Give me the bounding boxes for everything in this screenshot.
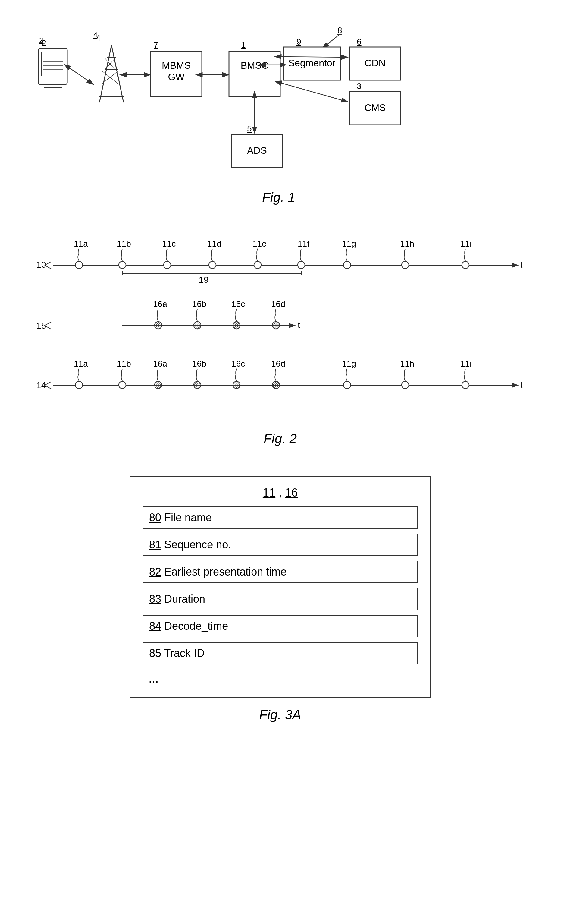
- svg-text:8: 8: [337, 26, 342, 35]
- fig1-title: Fig. 1: [262, 190, 295, 205]
- svg-text:4: 4: [93, 31, 97, 39]
- svg-rect-28: [229, 51, 280, 96]
- svg-text:CDN: CDN: [365, 58, 385, 68]
- svg-text:16a: 16a: [153, 359, 167, 368]
- fig3a-title: Fig. 3A: [60, 707, 500, 722]
- svg-text:11i: 11i: [460, 239, 471, 248]
- svg-point-68: [344, 261, 351, 268]
- svg-point-104: [233, 381, 240, 388]
- svg-point-100: [154, 381, 162, 388]
- svg-point-106: [272, 381, 280, 388]
- fig3a-container: 11 , 16 80 File name 81 Sequence no. 82 …: [60, 476, 500, 722]
- svg-point-72: [462, 261, 469, 268]
- svg-text:3: 3: [357, 81, 362, 91]
- svg-text:19: 19: [199, 274, 208, 285]
- svg-text:2: 2: [39, 36, 43, 44]
- svg-point-58: [119, 261, 126, 268]
- fig3a-item-85: 85 Track ID: [142, 642, 418, 664]
- svg-point-102: [194, 381, 201, 388]
- svg-text:11h: 11h: [400, 359, 414, 368]
- svg-text:CMS: CMS: [364, 102, 386, 113]
- svg-text:11a: 11a: [74, 359, 88, 368]
- fig3a-num-85: 85: [149, 647, 161, 659]
- svg-point-89: [272, 322, 280, 329]
- fig1-diagram: 2 2 4 4: [30, 18, 527, 205]
- svg-text:11f: 11f: [298, 239, 310, 248]
- svg-text:11e: 11e: [253, 239, 266, 248]
- svg-text:11b: 11b: [117, 239, 131, 248]
- fig2-container: 10 t 11a 11b 11c 11d 11e: [24, 235, 536, 446]
- svg-text:1: 1: [241, 40, 246, 50]
- svg-text:t: t: [520, 260, 523, 270]
- svg-text:16b: 16b: [192, 299, 206, 309]
- svg-text:11b: 11b: [117, 359, 131, 368]
- svg-point-60: [164, 261, 171, 268]
- svg-line-31: [322, 35, 339, 48]
- svg-text:11h: 11h: [400, 239, 414, 248]
- svg-point-83: [154, 322, 162, 329]
- fig3a-item-82: 82 Earliest presentation time: [142, 561, 418, 583]
- svg-point-110: [402, 381, 409, 388]
- svg-point-62: [209, 261, 216, 268]
- svg-text:16d: 16d: [271, 299, 285, 309]
- svg-text:10: 10: [36, 260, 46, 270]
- svg-text:16d: 16d: [271, 359, 285, 368]
- fig3a-num-83: 83: [149, 592, 161, 605]
- svg-text:5: 5: [247, 124, 252, 133]
- fig3a-num-81: 81: [149, 538, 161, 551]
- svg-point-108: [344, 381, 351, 388]
- svg-point-56: [75, 261, 82, 268]
- svg-text:16b: 16b: [192, 359, 206, 368]
- svg-text:11d: 11d: [207, 239, 221, 248]
- svg-line-43: [281, 83, 348, 102]
- fig3a-text-85: Track ID: [164, 647, 205, 659]
- fig3a-dots: ...: [142, 672, 418, 685]
- svg-text:MBMS: MBMS: [162, 60, 191, 71]
- svg-rect-1: [39, 48, 67, 84]
- svg-text:9: 9: [296, 37, 301, 46]
- svg-text:11g: 11g: [342, 239, 356, 248]
- svg-line-8: [69, 68, 93, 84]
- fig3a-item-81: 81 Sequence no.: [142, 534, 418, 556]
- svg-point-64: [254, 261, 261, 268]
- fig3a-num-82: 82: [149, 566, 161, 578]
- svg-text:BMSC: BMSC: [241, 60, 268, 71]
- svg-text:Segmentor: Segmentor: [288, 58, 336, 68]
- fig3a-header: 11 , 16: [142, 486, 418, 499]
- page: 2 2 4 4: [0, 0, 564, 924]
- fig1-container: 2 2 4 4: [30, 18, 527, 205]
- svg-text:11g: 11g: [342, 359, 356, 368]
- fig3a-item-84: 84 Decode_time: [142, 615, 418, 637]
- fig3a-text-81: Sequence no.: [164, 538, 231, 551]
- fig3a-num-84: 84: [149, 620, 161, 632]
- fig3a-text-82: Earliest presentation time: [164, 566, 287, 578]
- svg-point-112: [462, 381, 469, 388]
- svg-text:7: 7: [154, 40, 159, 50]
- fig3a-text-83: Duration: [164, 592, 205, 605]
- svg-text:t: t: [298, 320, 301, 330]
- fig3a-item-80: 80 File name: [142, 507, 418, 529]
- fig3a-text-84: Decode_time: [164, 620, 228, 632]
- svg-point-70: [402, 261, 409, 268]
- fig3a-header-16: 16: [285, 486, 298, 499]
- svg-point-66: [298, 261, 305, 268]
- fig3a-header-comma: ,: [279, 486, 285, 499]
- svg-text:16c: 16c: [231, 359, 245, 368]
- fig3a-item-83: 83 Duration: [142, 588, 418, 610]
- svg-text:11i: 11i: [460, 359, 471, 368]
- svg-text:6: 6: [357, 37, 362, 46]
- svg-line-12: [111, 45, 124, 102]
- svg-text:16a: 16a: [153, 299, 167, 309]
- fig3a-num-80: 80: [149, 511, 161, 524]
- svg-point-98: [119, 381, 126, 388]
- fig2-title: Fig. 2: [263, 431, 297, 446]
- svg-text:16c: 16c: [231, 299, 245, 309]
- svg-text:11c: 11c: [162, 239, 176, 248]
- fig2-diagram: 10 t 11a 11b 11c 11d 11e: [24, 235, 536, 434]
- svg-point-87: [233, 322, 240, 329]
- fig3a-header-11: 11: [263, 486, 275, 499]
- fig3a-box: 11 , 16 80 File name 81 Sequence no. 82 …: [130, 476, 431, 698]
- svg-text:ADS: ADS: [247, 145, 267, 156]
- svg-text:GW: GW: [168, 72, 185, 82]
- svg-text:t: t: [520, 380, 523, 390]
